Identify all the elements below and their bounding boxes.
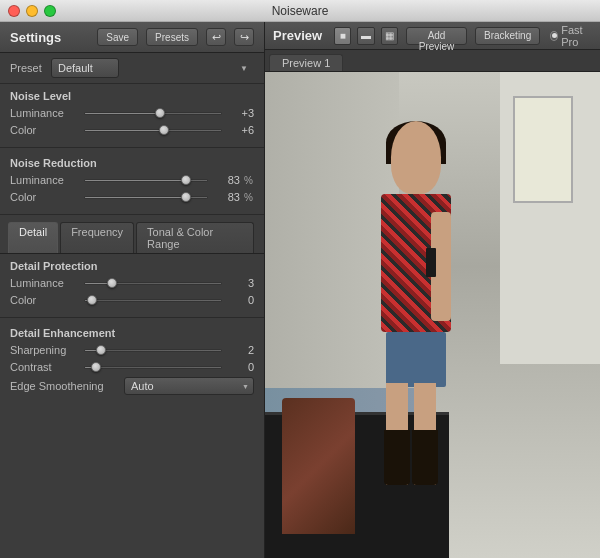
- left-panel: Settings Save Presets ↩ ↪ Preset Default…: [0, 22, 265, 558]
- noise-level-title: Noise Level: [10, 90, 254, 102]
- de-sharpening-slider[interactable]: [84, 343, 222, 357]
- noise-reduction-section: Noise Reduction Luminance 83 % Color: [0, 151, 264, 211]
- window-title: Noiseware: [272, 4, 329, 18]
- noise-luminance-fill: [85, 113, 160, 114]
- divider-1: [0, 147, 264, 148]
- view-split-button[interactable]: ▬: [357, 27, 374, 45]
- preset-select[interactable]: Default Custom Portrait Landscape: [51, 58, 119, 78]
- preview-tab-bar: Preview 1: [265, 50, 600, 72]
- reduction-luminance-slider[interactable]: [84, 173, 208, 187]
- noise-color-thumb[interactable]: [159, 125, 169, 135]
- de-sharpening-row: Sharpening 2: [10, 343, 254, 357]
- reduction-color-fill: [85, 197, 186, 198]
- preset-label: Preset: [10, 62, 45, 74]
- de-contrast-thumb[interactable]: [91, 362, 101, 372]
- tab-tonal[interactable]: Tonal & Color Range: [136, 222, 254, 253]
- detail-enhancement-title: Detail Enhancement: [10, 327, 254, 339]
- undo-button[interactable]: ↩: [206, 28, 226, 46]
- noise-luminance-row: Luminance +3: [10, 106, 254, 120]
- noise-level-section: Noise Level Luminance +3 Color: [0, 84, 264, 144]
- de-contrast-value: 0: [226, 361, 254, 373]
- person-phone: [426, 248, 436, 277]
- dp-color-thumb[interactable]: [87, 295, 97, 305]
- bag-element: [282, 398, 356, 534]
- dp-color-row: Color 0: [10, 293, 254, 307]
- noise-color-row: Color +6: [10, 123, 254, 137]
- de-contrast-row: Contrast 0: [10, 360, 254, 374]
- detail-protection-title: Detail Protection: [10, 260, 254, 272]
- person-head: [391, 121, 441, 194]
- detail-tabs: Detail Frequency Tonal & Color Range: [0, 218, 264, 254]
- maximize-button[interactable]: [44, 5, 56, 17]
- reduction-luminance-label: Luminance: [10, 174, 80, 186]
- noise-color-fill: [85, 130, 164, 131]
- reduction-color-value: 83: [212, 191, 240, 203]
- settings-scroll[interactable]: Noise Level Luminance +3 Color: [0, 84, 264, 558]
- close-button[interactable]: [8, 5, 20, 17]
- noise-luminance-slider[interactable]: [84, 106, 222, 120]
- reduction-luminance-row: Luminance 83 %: [10, 173, 254, 187]
- window-element: [513, 96, 573, 203]
- dp-color-value: 0: [226, 294, 254, 306]
- de-contrast-label: Contrast: [10, 361, 80, 373]
- dp-color-label: Color: [10, 294, 80, 306]
- reduction-luminance-value: 83: [212, 174, 240, 186]
- de-contrast-slider[interactable]: [84, 360, 222, 374]
- minimize-button[interactable]: [26, 5, 38, 17]
- dp-luminance-thumb[interactable]: [107, 278, 117, 288]
- right-panel: Preview ■ ▬ ▦ Add Preview Bracketing Fas…: [265, 22, 600, 558]
- save-button[interactable]: Save: [97, 28, 138, 46]
- dp-luminance-label: Luminance: [10, 277, 80, 289]
- reduction-color-row: Color 83 %: [10, 190, 254, 204]
- radio-dot-inner: [552, 33, 557, 38]
- de-sharpening-label: Sharpening: [10, 344, 80, 356]
- noise-color-slider[interactable]: [84, 123, 222, 137]
- reduction-color-label: Color: [10, 191, 80, 203]
- preview-title: Preview: [273, 28, 322, 43]
- reduction-luminance-thumb[interactable]: [181, 175, 191, 185]
- detail-protection-section: Detail Protection Luminance 3 Color: [0, 254, 264, 314]
- bracketing-button[interactable]: Bracketing: [475, 27, 540, 45]
- de-edge-label: Edge Smoothening: [10, 380, 120, 392]
- reduction-color-slider[interactable]: [84, 190, 208, 204]
- reduction-luminance-track: [84, 179, 208, 182]
- de-edge-select[interactable]: Auto Off Low Medium High: [124, 377, 254, 395]
- de-contrast-track: [84, 366, 222, 369]
- dp-luminance-row: Luminance 3: [10, 276, 254, 290]
- settings-header: Settings Save Presets ↩ ↪: [0, 22, 264, 53]
- view-grid-button[interactable]: ▦: [381, 27, 398, 45]
- dp-color-track: [84, 299, 222, 302]
- de-sharpening-track: [84, 349, 222, 352]
- window-controls: [8, 5, 56, 17]
- photo-canvas: [265, 72, 600, 558]
- person-boot-left: [384, 430, 410, 485]
- dp-luminance-track: [84, 282, 222, 285]
- fast-pro-radio[interactable]: [550, 31, 558, 41]
- add-preview-button[interactable]: Add Preview: [406, 27, 467, 45]
- person-figure: [366, 121, 467, 486]
- settings-title: Settings: [10, 30, 89, 45]
- dp-color-slider[interactable]: [84, 293, 222, 307]
- noise-luminance-thumb[interactable]: [155, 108, 165, 118]
- dp-luminance-slider[interactable]: [84, 276, 222, 290]
- redo-button[interactable]: ↪: [234, 28, 254, 46]
- tab-detail[interactable]: Detail: [8, 222, 58, 253]
- de-sharpening-thumb[interactable]: [96, 345, 106, 355]
- reduction-color-thumb[interactable]: [181, 192, 191, 202]
- main-layout: Settings Save Presets ↩ ↪ Preset Default…: [0, 22, 600, 558]
- noise-luminance-value: +3: [226, 107, 254, 119]
- de-edge-wrapper: Auto Off Low Medium High: [124, 377, 254, 395]
- preview-tab-1[interactable]: Preview 1: [269, 54, 343, 71]
- reduction-luminance-unit: %: [244, 175, 254, 186]
- view-single-button[interactable]: ■: [334, 27, 351, 45]
- preset-select-wrapper: Default Custom Portrait Landscape: [51, 58, 254, 78]
- tab-frequency[interactable]: Frequency: [60, 222, 134, 253]
- preset-row: Preset Default Custom Portrait Landscape: [0, 53, 264, 84]
- title-bar: Noiseware: [0, 0, 600, 22]
- reduction-luminance-fill: [85, 180, 186, 181]
- fast-pro-label: Fast Pro: [561, 24, 592, 48]
- person-boot-right: [412, 430, 438, 485]
- detail-enhancement-section: Detail Enhancement Sharpening 2 Contrast: [0, 321, 264, 402]
- noise-luminance-track: [84, 112, 222, 115]
- presets-button[interactable]: Presets: [146, 28, 198, 46]
